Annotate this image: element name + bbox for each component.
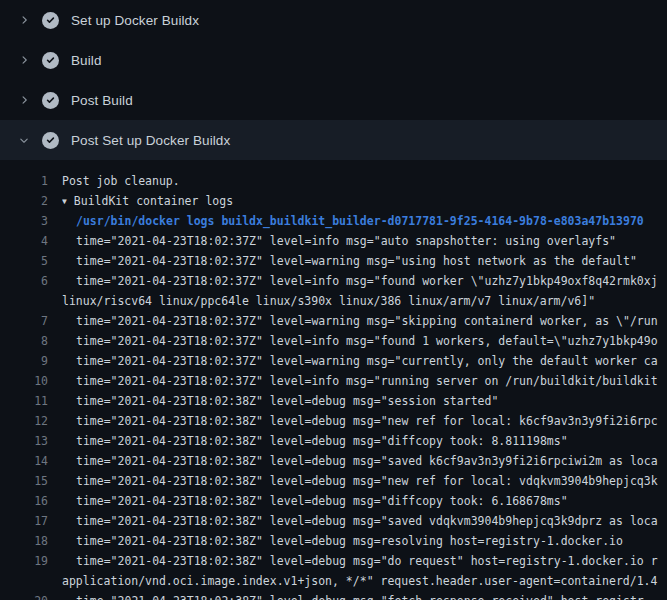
log-line-number: 14	[0, 451, 48, 471]
log-text: linux/riscv64 linux/ppc64le linux/s390x …	[62, 291, 667, 311]
collapse-triangle-icon[interactable]: ▼	[62, 192, 67, 211]
step-row-post-set-up-docker-buildx[interactable]: Post Set up Docker Buildx	[0, 120, 667, 160]
log-line: 15time="2021-04-23T18:02:38Z" level=debu…	[0, 471, 667, 491]
log-text: time="2021-04-23T18:02:38Z" level=debug …	[62, 471, 667, 491]
step-row-build[interactable]: Build	[0, 40, 667, 80]
log-line-number: 18	[0, 531, 48, 551]
log-text: time="2021-04-23T18:02:38Z" level=debug …	[62, 451, 667, 471]
check-circle-icon	[42, 132, 59, 149]
log-line: 10time="2021-04-23T18:02:37Z" level=info…	[0, 371, 667, 391]
chevron-right-glyph	[18, 14, 30, 26]
log-line: 5time="2021-04-23T18:02:37Z" level=warni…	[0, 251, 667, 271]
log-group-line: 2▼BuildKit container logs	[0, 191, 667, 211]
log-line: 16time="2021-04-23T18:02:38Z" level=debu…	[0, 491, 667, 511]
chevron-right-icon[interactable]	[16, 92, 32, 108]
log-line-number: 16	[0, 491, 48, 511]
log-line-number: 3	[0, 211, 48, 231]
job-steps-list: Set up Docker BuildxBuildPost BuildPost …	[0, 0, 667, 160]
log-line-number: 5	[0, 251, 48, 271]
log-line-number: 10	[0, 371, 48, 391]
log-line: 20time="2021-04-23T18:02:38Z" level=debu…	[0, 591, 667, 600]
log-line: 9time="2021-04-23T18:02:37Z" level=warni…	[0, 351, 667, 371]
log-line: 8time="2021-04-23T18:02:37Z" level=info …	[0, 331, 667, 351]
log-output: 1Post job cleanup.2▼BuildKit container l…	[0, 160, 667, 600]
log-line-number	[0, 291, 48, 311]
actions-log-viewer: Set up Docker BuildxBuildPost BuildPost …	[0, 0, 667, 600]
log-line: 13time="2021-04-23T18:02:38Z" level=debu…	[0, 431, 667, 451]
log-text: time="2021-04-23T18:02:37Z" level=warnin…	[62, 351, 667, 371]
log-line-number: 20	[0, 591, 48, 600]
chevron-right-glyph	[18, 94, 30, 106]
log-text: time="2021-04-23T18:02:38Z" level=debug …	[62, 491, 667, 511]
log-line: 7time="2021-04-23T18:02:37Z" level=warni…	[0, 311, 667, 331]
step-label: Build	[71, 53, 102, 68]
step-label: Post Set up Docker Buildx	[71, 133, 230, 148]
log-line: 6time="2021-04-23T18:02:37Z" level=info …	[0, 271, 667, 291]
log-text: time="2021-04-23T18:02:37Z" level=info m…	[62, 331, 667, 351]
step-label: Set up Docker Buildx	[71, 13, 199, 28]
log-line: 19time="2021-04-23T18:02:38Z" level=debu…	[0, 551, 667, 571]
log-line-number	[0, 571, 48, 591]
log-text: time="2021-04-23T18:02:38Z" level=debug …	[62, 431, 667, 451]
log-group-label[interactable]: BuildKit container logs	[74, 194, 233, 208]
log-wrap-line: application/vnd.oci.image.index.v1+json,…	[0, 571, 667, 591]
log-line-number: 9	[0, 351, 48, 371]
log-line-number: 6	[0, 271, 48, 291]
log-text: time="2021-04-23T18:02:37Z" level=info m…	[62, 231, 667, 251]
chevron-right-icon[interactable]	[16, 52, 32, 68]
check-circle-icon	[42, 92, 59, 109]
log-line-number: 11	[0, 391, 48, 411]
log-text: time="2021-04-23T18:02:38Z" level=debug …	[62, 551, 667, 571]
chevron-right-glyph	[18, 54, 30, 66]
log-text: Post job cleanup.	[62, 171, 667, 191]
log-text: time="2021-04-23T18:02:38Z" level=debug …	[62, 391, 667, 411]
log-line: 4time="2021-04-23T18:02:37Z" level=info …	[0, 231, 667, 251]
log-text: time="2021-04-23T18:02:37Z" level=info m…	[62, 371, 667, 391]
step-row-set-up-docker-buildx[interactable]: Set up Docker Buildx	[0, 0, 667, 40]
log-line: 1Post job cleanup.	[0, 171, 667, 191]
log-line-number: 8	[0, 331, 48, 351]
log-line-number: 19	[0, 551, 48, 571]
check-circle-icon	[42, 52, 59, 69]
log-line-number: 2	[0, 191, 48, 211]
check-circle-icon	[42, 12, 59, 29]
log-text: time="2021-04-23T18:02:38Z" level=debug …	[62, 511, 667, 531]
log-text: time="2021-04-23T18:02:37Z" level=warnin…	[62, 311, 667, 331]
log-text: application/vnd.oci.image.index.v1+json,…	[62, 571, 667, 591]
log-line-number: 15	[0, 471, 48, 491]
log-line-number: 13	[0, 431, 48, 451]
log-text: time="2021-04-23T18:02:38Z" level=debug …	[62, 531, 667, 551]
log-line-number: 17	[0, 511, 48, 531]
chevron-right-icon[interactable]	[16, 12, 32, 28]
log-text: time="2021-04-23T18:02:38Z" level=debug …	[62, 591, 667, 600]
log-wrap-line: linux/riscv64 linux/ppc64le linux/s390x …	[0, 291, 667, 311]
log-text: time="2021-04-23T18:02:37Z" level=info m…	[62, 271, 667, 291]
step-label: Post Build	[71, 93, 133, 108]
step-row-post-build[interactable]: Post Build	[0, 80, 667, 120]
log-line: 11time="2021-04-23T18:02:38Z" level=debu…	[0, 391, 667, 411]
log-text: time="2021-04-23T18:02:37Z" level=warnin…	[62, 251, 667, 271]
log-line: 18time="2021-04-23T18:02:38Z" level=debu…	[0, 531, 667, 551]
log-line-number: 1	[0, 171, 48, 191]
chevron-down-icon[interactable]	[16, 132, 32, 148]
log-command-line: 3/usr/bin/docker logs buildx_buildkit_bu…	[0, 211, 667, 231]
log-line-number: 7	[0, 311, 48, 331]
log-text: time="2021-04-23T18:02:38Z" level=debug …	[62, 411, 667, 431]
log-line-number: 4	[0, 231, 48, 251]
chevron-down-glyph	[18, 134, 30, 146]
log-text: /usr/bin/docker logs buildx_buildkit_bui…	[62, 211, 667, 231]
log-line: 17time="2021-04-23T18:02:38Z" level=debu…	[0, 511, 667, 531]
log-line: 14time="2021-04-23T18:02:38Z" level=debu…	[0, 451, 667, 471]
log-line: 12time="2021-04-23T18:02:38Z" level=debu…	[0, 411, 667, 431]
log-line-number: 12	[0, 411, 48, 431]
